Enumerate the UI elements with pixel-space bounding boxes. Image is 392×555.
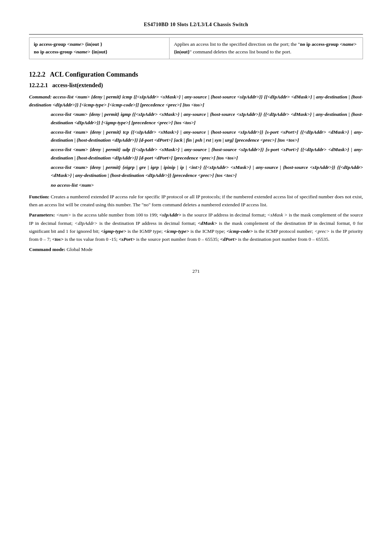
- command-other: access-list <num> {deny | permit} {eigrp…: [51, 163, 363, 180]
- page-header: ES4710BD 10 Slots L2/L3/L4 Chassis Switc…: [29, 22, 363, 28]
- section-1-title: ACL Configuration Commands: [50, 71, 138, 78]
- function-text: Function: Creates a numbered extended IP…: [29, 193, 363, 209]
- section-1-heading: 12.2.2 ACL Configuration Commands: [29, 71, 363, 78]
- command-table: ip access-group <name> {in|out } no ip a…: [29, 37, 363, 59]
- table-cmd-1: ip access-group <name> {in|out }: [34, 41, 165, 48]
- command-mode: Command mode: Global Mode: [29, 246, 363, 254]
- parameters-text: Parameters: <num> is the access table nu…: [29, 211, 363, 243]
- section-2-number: 12.2.2.1: [29, 82, 48, 88]
- section-2-heading: 12.2.2.1 access-list(extended): [29, 82, 363, 89]
- command-igmp: access-list <num> {deny | permit} igmp {…: [51, 110, 363, 127]
- section-1-number: 12.2.2: [29, 71, 45, 78]
- command-no: no access-list <num>: [51, 181, 363, 189]
- command-udp: access-list <num> {deny | permit} udp {{…: [51, 146, 363, 162]
- table-desc: Applies an access list to the specified …: [174, 41, 358, 56]
- section-2-title: access-list(extended): [52, 82, 103, 88]
- content-block: Command: access-list <num> {deny | permi…: [29, 93, 363, 254]
- page-number: 271: [29, 268, 363, 274]
- command-icmp: Command: access-list <num> {deny | permi…: [29, 93, 363, 109]
- table-cmd-2: no ip access-group <name> {in|out}: [34, 48, 165, 56]
- command-tcp: access-list <num> {deny | permit} tcp {{…: [51, 128, 363, 145]
